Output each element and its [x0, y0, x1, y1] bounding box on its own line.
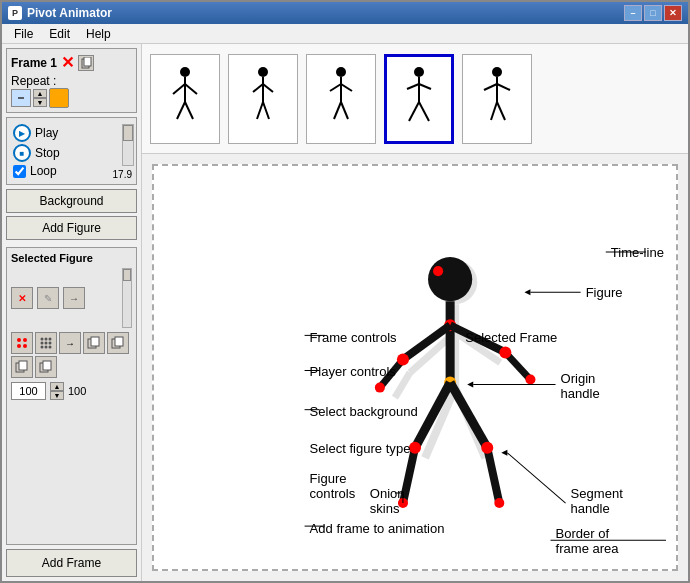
svg-point-36 [336, 67, 346, 77]
tool-dots-red[interactable] [11, 332, 33, 354]
ann-sf-text: Selected Frame [465, 330, 557, 345]
svg-line-53 [497, 102, 505, 120]
frame-label: Frame 1 [11, 56, 57, 70]
figure-delete-btn[interactable]: ✕ [11, 287, 33, 309]
svg-line-27 [185, 84, 197, 94]
frame-thumb-1[interactable] [150, 54, 220, 144]
svg-marker-90 [501, 450, 507, 456]
repeat-up-btn[interactable]: ▲ [33, 89, 47, 98]
svg-rect-1 [84, 57, 91, 66]
frame-thumb-2[interactable] [228, 54, 298, 144]
svg-line-29 [185, 102, 193, 119]
svg-rect-21 [19, 361, 27, 370]
tool-arrow-right[interactable]: → [59, 332, 81, 354]
svg-line-51 [497, 84, 510, 90]
speed-scrollbar[interactable] [122, 124, 134, 166]
svg-rect-17 [91, 337, 99, 346]
svg-point-80 [481, 442, 493, 454]
figure-scrollbar-thumb[interactable] [123, 269, 131, 281]
ann-onion-text2: skins [370, 501, 400, 516]
stop-button[interactable]: ■ Stop [13, 144, 130, 162]
orange-icon[interactable] [49, 88, 69, 108]
menu-file[interactable]: File [6, 26, 41, 42]
frame-row: Frame 1 ✕ [11, 53, 132, 72]
canvas-area[interactable]: Figure Select background Select figure t… [142, 154, 688, 581]
ann-figctrl-text2: controls [310, 486, 356, 501]
svg-point-5 [17, 344, 21, 348]
frame-delete-button[interactable]: ✕ [61, 53, 74, 72]
size-value2: 100 [68, 385, 86, 397]
svg-point-72 [525, 375, 535, 385]
svg-point-24 [180, 67, 190, 77]
ann-figure-text: Figure [586, 285, 623, 300]
tool-copy2[interactable] [107, 332, 129, 354]
stop-icon: ■ [13, 144, 31, 162]
figure-right-btn[interactable]: → [63, 287, 85, 309]
play-label: Play [35, 126, 58, 140]
selected-figure-label: Selected Figure [11, 252, 132, 264]
ann-origin-text2: handle [561, 386, 600, 401]
svg-point-13 [41, 346, 44, 349]
svg-point-67 [397, 353, 409, 365]
add-figure-button[interactable]: Add Figure [6, 216, 137, 240]
repeat-down-btn[interactable]: ▼ [33, 98, 47, 107]
background-button[interactable]: Background [6, 189, 137, 213]
frame-section: Frame 1 ✕ Repeat : [6, 48, 137, 113]
svg-point-6 [23, 344, 27, 348]
ann-sft-text: Select figure type [310, 441, 411, 456]
svg-point-8 [45, 338, 48, 341]
size-input[interactable] [11, 382, 46, 400]
repeat-spin: ▲ ▼ [33, 89, 47, 107]
svg-point-12 [49, 342, 52, 345]
play-button[interactable]: ▶ Play [13, 124, 130, 142]
svg-point-76 [409, 442, 421, 454]
svg-point-62 [433, 266, 443, 276]
right-panel: Figure Select background Select figure t… [142, 44, 688, 581]
svg-line-45 [419, 84, 431, 89]
svg-line-50 [484, 84, 497, 90]
svg-line-26 [173, 84, 185, 94]
svg-line-35 [263, 102, 269, 119]
repeat-label: Repeat : [11, 74, 56, 88]
tool-copy3[interactable] [11, 356, 33, 378]
svg-point-81 [494, 498, 504, 508]
menu-edit[interactable]: Edit [41, 26, 78, 42]
frame-thumb-4[interactable] [384, 54, 454, 144]
left-panel: Frame 1 ✕ Repeat : [2, 44, 142, 581]
svg-point-42 [414, 67, 424, 77]
svg-line-32 [253, 84, 263, 92]
svg-point-9 [49, 338, 52, 341]
menu-bar: File Edit Help [2, 24, 688, 44]
minimize-button[interactable]: – [624, 5, 642, 21]
app-icon: P [8, 6, 22, 20]
frame-copy-button[interactable] [78, 55, 94, 71]
frame-thumb-5[interactable] [462, 54, 532, 144]
figure-edit-btn[interactable]: ✎ [37, 287, 59, 309]
maximize-button[interactable]: □ [644, 5, 662, 21]
svg-point-61 [428, 257, 472, 301]
close-button[interactable]: ✕ [664, 5, 682, 21]
svg-point-11 [45, 342, 48, 345]
tool-dots-grid[interactable] [35, 332, 57, 354]
sf-top-row: ✕ ✎ → [11, 268, 132, 328]
menu-help[interactable]: Help [78, 26, 119, 42]
figure-scrollbar[interactable] [122, 268, 132, 328]
size-up-btn[interactable]: ▲ [50, 382, 64, 391]
tool-copy1[interactable] [83, 332, 105, 354]
scrollbar-thumb[interactable] [123, 125, 133, 141]
tool-copy4[interactable] [35, 356, 57, 378]
frame-thumb-3[interactable] [306, 54, 376, 144]
svg-line-47 [419, 102, 429, 121]
svg-line-89 [507, 453, 565, 503]
svg-marker-86 [467, 382, 473, 388]
title-bar-left: P Pivot Animator [8, 6, 112, 20]
bg-btn-section: Background Add Figure [6, 189, 137, 243]
svg-line-79 [487, 448, 499, 503]
size-down-btn[interactable]: ▼ [50, 391, 64, 400]
stop-label: Stop [35, 146, 60, 160]
repeat-minus-btn[interactable] [11, 89, 31, 107]
add-frame-button[interactable]: Add Frame [6, 549, 137, 577]
svg-point-4 [23, 338, 27, 342]
main-area: Frame 1 ✕ Repeat : [2, 44, 688, 581]
loop-checkbox[interactable] [13, 165, 26, 178]
